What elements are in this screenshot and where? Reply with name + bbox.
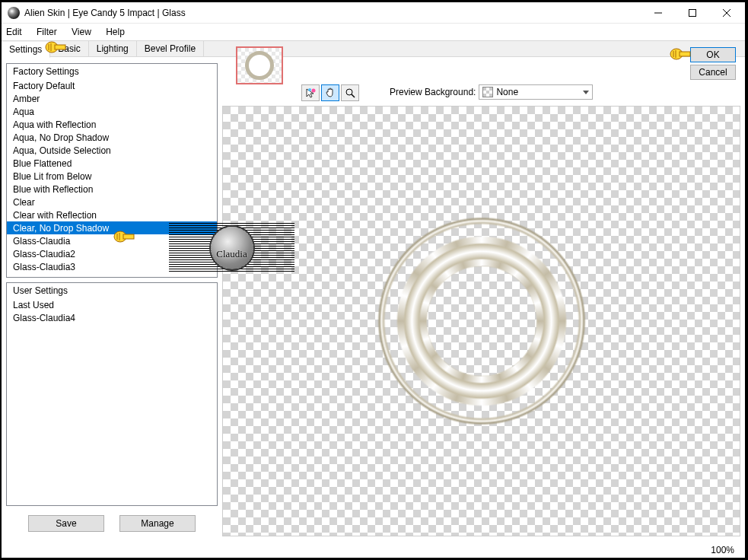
svg-rect-1 (689, 9, 695, 16)
svg-point-18 (346, 89, 352, 95)
list-item[interactable]: Clear (7, 196, 217, 208)
zoom-icon (345, 88, 355, 98)
list-item[interactable]: Aqua, No Drop Shadow (7, 131, 217, 144)
svg-rect-13 (123, 234, 134, 239)
watermark: Claudia (169, 223, 294, 273)
tabbar: Settings Basic Lighting Bevel Profile (2, 40, 745, 57)
settings-panel: Factory Settings Factory DefaultAmberAqu… (6, 63, 218, 536)
maximize-button[interactable] (675, 3, 709, 23)
manage-button[interactable]: Manage (119, 515, 196, 532)
window-title: Alien Skin | Eye Candy 5 Impact | Glass (24, 8, 641, 18)
svg-point-17 (308, 88, 311, 91)
factory-settings-header: Factory Settings (7, 64, 217, 79)
panel-buttons: Save Manage (6, 511, 218, 536)
list-item[interactable]: Aqua, Outside Selection (7, 144, 217, 157)
thumbnail-row (236, 46, 283, 84)
svg-line-19 (352, 94, 355, 97)
preview-area[interactable] (222, 106, 740, 536)
list-item[interactable]: Blue with Reflection (7, 183, 217, 196)
preview-panel: Preview Background: None (222, 63, 740, 536)
close-button[interactable] (709, 3, 743, 23)
titlebar: Alien Skin | Eye Candy 5 Impact | Glass (2, 2, 745, 24)
menu-help[interactable]: Help (106, 27, 125, 37)
list-item[interactable]: Amber (7, 92, 217, 105)
tab-bevel-profile[interactable]: Bevel Profile (137, 41, 204, 56)
list-item[interactable]: Aqua with Reflection (7, 118, 217, 131)
hand-icon (325, 88, 336, 98)
preview-bg-value: None (496, 87, 518, 97)
watermark-logo: Claudia (211, 227, 253, 269)
watermark-text: Claudia (211, 248, 253, 260)
tab-settings[interactable]: Settings (2, 42, 50, 58)
hand-tool[interactable] (321, 84, 339, 101)
pointer-tool[interactable] (301, 84, 320, 101)
list-item[interactable]: Blue Lit from Below (7, 170, 217, 183)
list-item[interactable]: Factory Default (7, 79, 217, 92)
menu-view[interactable]: View (72, 27, 91, 37)
checker-swatch-icon (482, 87, 493, 97)
preview-background-row: Preview Background: None (390, 84, 593, 100)
preview-bg-select[interactable]: None (479, 84, 593, 100)
list-item[interactable]: Clear with Reflection (7, 208, 217, 221)
ok-button[interactable]: OK (690, 47, 736, 62)
hand-pointer-icon (113, 228, 135, 245)
menu-edit[interactable]: Edit (6, 27, 22, 37)
list-item[interactable]: Aqua (7, 105, 217, 118)
pointer-icon (305, 88, 316, 98)
content-area: Factory Settings Factory DefaultAmberAqu… (6, 63, 740, 536)
glass-ring-preview (337, 177, 626, 466)
minimize-button[interactable] (641, 3, 675, 23)
list-item[interactable]: Blue Flattened (7, 157, 217, 170)
preview-bg-label: Preview Background: (390, 87, 476, 97)
user-settings-list[interactable]: User Settings Last UsedGlass-Claudia4 (6, 282, 218, 506)
app-icon (8, 7, 20, 19)
tab-lighting[interactable]: Lighting (89, 41, 137, 56)
svg-rect-9 (680, 52, 690, 56)
app-window: Alien Skin | Eye Candy 5 Impact | Glass … (1, 2, 746, 558)
menu-filter[interactable]: Filter (37, 27, 57, 37)
save-button[interactable]: Save (28, 515, 104, 532)
preview-tools (301, 84, 359, 101)
user-settings-header: User Settings (7, 283, 217, 298)
preview-thumbnail[interactable] (236, 46, 283, 84)
menubar: Edit Filter View Help (2, 24, 745, 40)
zoom-tool[interactable] (341, 84, 359, 101)
hand-pointer-icon (44, 39, 67, 56)
zoom-level: 100% (711, 545, 734, 555)
svg-point-16 (312, 89, 316, 93)
thumb-ring-icon (245, 51, 274, 80)
hand-pointer-icon (669, 46, 692, 62)
svg-rect-5 (55, 45, 65, 49)
list-item[interactable]: Last Used (7, 298, 217, 311)
list-item[interactable]: Glass-Claudia4 (7, 311, 217, 324)
